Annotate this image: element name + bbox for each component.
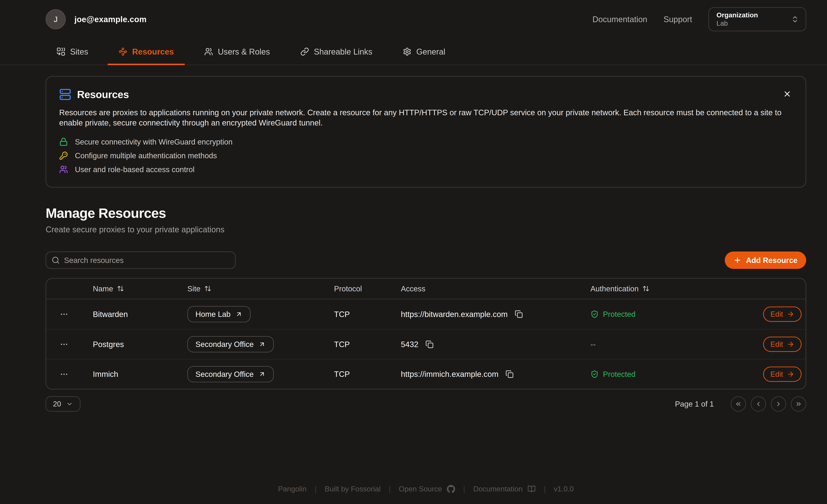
feature-text: Secure connectivity with WireGuard encry… <box>75 138 233 146</box>
tab-resources[interactable]: Resources <box>108 39 185 65</box>
feature-item: User and role-based access control <box>59 165 793 174</box>
footer-built-by-link[interactable]: Built by Fossorial <box>325 485 381 493</box>
info-card-title: Resources <box>77 89 129 100</box>
copy-icon[interactable] <box>425 339 435 349</box>
users-icon <box>59 165 68 174</box>
pagination-bar: 20 Page 1 of 1 <box>46 396 806 412</box>
edit-button[interactable]: Edit <box>763 366 801 382</box>
add-resource-button[interactable]: Add Resource <box>725 252 806 269</box>
arrow-right-icon <box>787 310 794 318</box>
table-row: Postgres Secondary Office TCP 5432 -- <box>46 329 806 359</box>
feature-text: User and role-based access control <box>75 165 195 174</box>
arrow-up-right-icon <box>258 341 265 348</box>
toolbar: Add Resource <box>46 252 806 269</box>
arrow-right-icon <box>787 370 794 378</box>
column-header-access: Access <box>396 284 584 293</box>
waypoints-icon <box>118 47 127 56</box>
resource-name: Bitwarden <box>82 310 177 319</box>
top-nav: Documentation Support Organization Lab <box>592 7 806 31</box>
resource-access: https://immich.example.com <box>401 369 498 379</box>
resource-protocol: TCP <box>323 369 396 379</box>
gear-icon <box>403 47 411 56</box>
feature-text: Configure multiple authentication method… <box>75 151 217 160</box>
pangolin-app: J joe@example.com Documentation Support … <box>0 0 827 504</box>
top-bar: J joe@example.com Documentation Support … <box>0 0 827 39</box>
arrow-up-right-icon <box>258 370 265 378</box>
edit-button[interactable]: Edit <box>763 337 801 352</box>
status-badge: Protected <box>590 370 635 379</box>
edit-button[interactable]: Edit <box>763 307 801 322</box>
tab-shareable-links-label: Shareable Links <box>314 47 372 56</box>
first-page-button[interactable] <box>731 396 746 412</box>
org-selector-label: Organization <box>717 11 758 19</box>
feature-item: Secure connectivity with WireGuard encry… <box>59 138 793 146</box>
sort-icon <box>117 285 124 292</box>
resource-protocol: TCP <box>323 310 396 319</box>
tab-sites-label: Sites <box>70 47 88 56</box>
column-header-name[interactable]: Name <box>82 284 177 293</box>
resource-protocol: TCP <box>323 340 396 349</box>
lock-icon <box>59 138 68 146</box>
prev-page-button[interactable] <box>751 396 766 412</box>
search-icon <box>52 256 60 264</box>
info-card-description: Resources are proxies to applications ru… <box>59 107 793 128</box>
column-header-site[interactable]: Site <box>177 284 323 293</box>
user-email: joe@example.com <box>75 14 147 24</box>
row-menu-icon[interactable] <box>57 338 70 351</box>
server-icon <box>59 89 71 100</box>
chevron-left-icon <box>755 401 762 408</box>
chevron-down-icon <box>66 401 73 408</box>
tab-general-label: General <box>416 47 445 56</box>
user-block: J joe@example.com <box>46 9 147 30</box>
page-size-select[interactable]: 20 <box>46 396 81 412</box>
last-page-button[interactable] <box>791 396 806 412</box>
status-badge: -- <box>590 340 596 349</box>
tab-sites[interactable]: Sites <box>46 39 99 65</box>
key-icon <box>59 151 68 160</box>
copy-icon[interactable] <box>514 309 524 319</box>
add-resource-label: Add Resource <box>746 256 797 265</box>
book-open-icon <box>528 485 536 493</box>
tab-users-roles[interactable]: Users & Roles <box>193 39 281 65</box>
chevron-right-icon <box>775 401 782 408</box>
shield-check-icon <box>590 370 598 378</box>
users-icon <box>204 47 213 56</box>
avatar[interactable]: J <box>46 9 66 30</box>
arrow-up-right-icon <box>235 311 242 318</box>
search-input[interactable] <box>64 256 230 265</box>
tab-bar: Sites Resources Users & Roles Shareable … <box>0 39 827 65</box>
row-menu-icon[interactable] <box>57 308 70 321</box>
resources-table: Name Site Protocol Access Authentication <box>46 278 806 390</box>
tab-resources-label: Resources <box>132 47 174 56</box>
copy-icon[interactable] <box>504 369 515 379</box>
chevrons-right-icon <box>795 401 802 408</box>
feature-item: Configure multiple authentication method… <box>59 151 793 160</box>
nav-support-link[interactable]: Support <box>664 14 692 24</box>
column-header-protocol: Protocol <box>323 284 396 293</box>
feature-list: Secure connectivity with WireGuard encry… <box>59 138 793 174</box>
next-page-button[interactable] <box>771 396 786 412</box>
arrow-right-icon <box>787 341 794 348</box>
site-link-button[interactable]: Home Lab <box>187 306 251 322</box>
footer-brand: Pangolin <box>278 485 307 493</box>
plus-icon <box>733 256 741 264</box>
shield-check-icon <box>590 310 598 318</box>
site-link-button[interactable]: Secondary Office <box>187 336 274 353</box>
page-indicator: Page 1 of 1 <box>675 400 714 408</box>
avatar-initial: J <box>54 15 57 24</box>
row-menu-icon[interactable] <box>57 367 70 381</box>
org-selector[interactable]: Organization Lab <box>709 7 806 31</box>
site-link-button[interactable]: Secondary Office <box>187 366 274 383</box>
table-row: Bitwarden Home Lab TCP https://bitwarden… <box>46 299 806 329</box>
resources-info-card: Resources Resources are proxies to appli… <box>46 76 806 188</box>
column-header-authentication[interactable]: Authentication <box>584 284 752 293</box>
close-icon[interactable] <box>781 87 794 100</box>
footer-documentation-link[interactable]: Documentation <box>473 485 536 493</box>
page-title: Manage Resources <box>46 205 806 221</box>
footer-open-source-link[interactable]: Open Source <box>399 485 455 493</box>
tab-shareable-links[interactable]: Shareable Links <box>289 39 383 65</box>
combine-icon <box>57 47 65 56</box>
tab-general[interactable]: General <box>392 39 456 65</box>
tab-users-roles-label: Users & Roles <box>218 47 270 56</box>
nav-documentation-link[interactable]: Documentation <box>592 14 647 24</box>
